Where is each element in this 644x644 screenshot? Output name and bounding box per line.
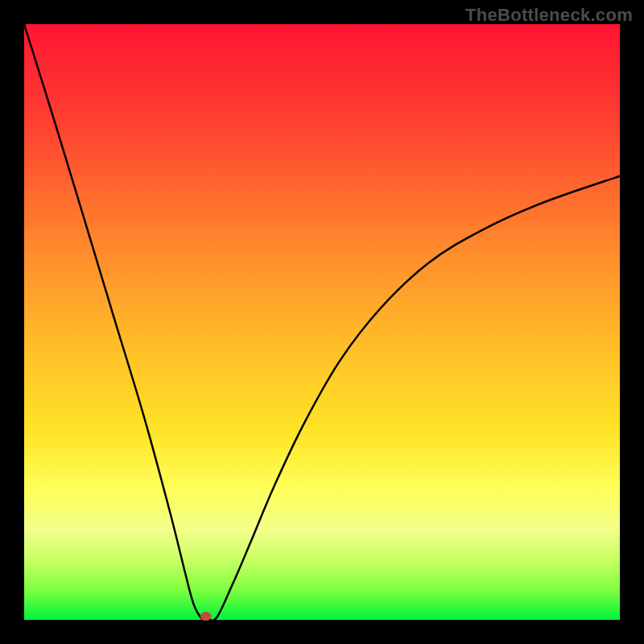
curve-svg: [24, 24, 620, 620]
optimal-point-marker: [200, 612, 212, 621]
watermark-text: TheBottleneck.com: [465, 5, 633, 26]
chart-frame: TheBottleneck.com: [0, 0, 644, 644]
bottleneck-curve: [24, 24, 620, 621]
plot-area: [24, 24, 620, 620]
